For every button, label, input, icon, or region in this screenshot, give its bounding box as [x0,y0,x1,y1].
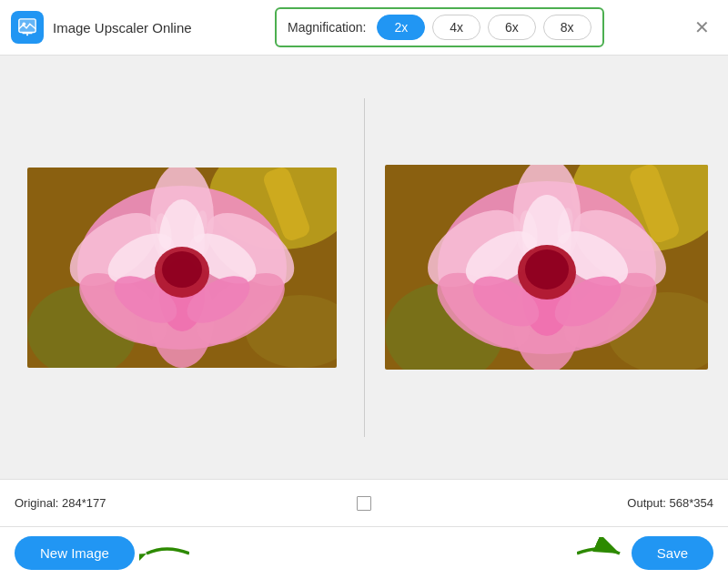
svg-point-24 [162,251,202,288]
close-button[interactable]: ✕ [687,13,717,42]
app-icon [11,11,44,44]
center-icon [357,496,371,511]
magnification-label: Magnification: [288,20,366,35]
output-dimensions-label: Output: 568*354 [627,496,713,510]
svg-point-46 [525,249,569,290]
svg-rect-4 [26,34,28,36]
original-dimensions-label: Original: 284*177 [15,496,106,510]
new-image-container: New Image [15,536,135,570]
new-image-button[interactable]: New Image [15,536,135,570]
action-bar: New Image Save [0,526,728,579]
original-image [27,168,337,368]
main-content [0,56,728,479]
output-image [385,165,708,370]
mag-8x-button[interactable]: 8x [543,15,592,40]
original-image-panel [0,56,364,479]
output-image-panel [365,56,729,479]
magnification-controls: Magnification: 2x 4x 6x 8x [275,7,604,47]
save-arrow [577,537,627,570]
svg-rect-3 [23,33,33,35]
app-logo-icon [17,17,37,37]
mag-2x-button[interactable]: 2x [377,15,425,40]
image-info-bar: Original: 284*177 Output: 568*354 [0,479,728,526]
app-title: Image Upscaler Online [53,20,192,36]
app-header: Image Upscaler Online Magnification: 2x … [0,0,728,56]
save-button[interactable]: Save [632,536,713,570]
mag-4x-button[interactable]: 4x [432,15,480,40]
mag-6x-button[interactable]: 6x [488,15,536,40]
header-left: Image Upscaler Online [11,11,192,44]
new-image-arrow [139,537,189,570]
save-container: Save [632,536,713,570]
